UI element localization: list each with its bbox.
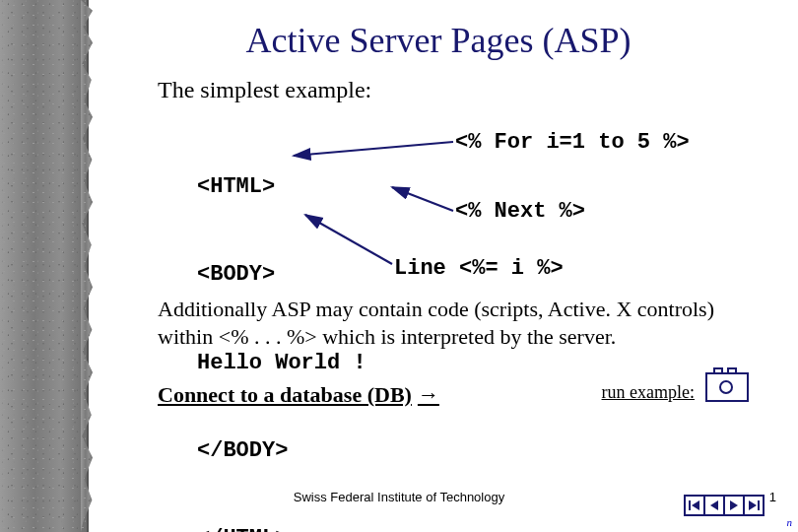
code-line: </HTML> <box>197 524 366 532</box>
slide-nav <box>686 495 765 516</box>
slide-title: Active Server Pages (ASP) <box>89 20 788 61</box>
code-line: </BODY> <box>197 436 366 466</box>
slide-number: 1 <box>769 490 776 504</box>
connect-database-label: Connect to a database (DB) <box>158 382 412 408</box>
code-annotation-for-loop: <% For i=1 to 5 %> <box>455 128 690 158</box>
nav-prev-icon[interactable] <box>703 495 725 516</box>
code-annotation-line-output: Line <%= i %> <box>394 254 564 284</box>
svg-rect-4 <box>758 500 760 510</box>
sidebar-texture <box>0 0 89 532</box>
slide: Active Server Pages (ASP) The simplest e… <box>0 0 798 532</box>
run-example-label: run example: <box>602 382 695 403</box>
camera-icon[interactable] <box>705 372 749 402</box>
connect-database-link[interactable]: Connect to a database (DB) → <box>158 382 439 408</box>
nav-first-icon[interactable] <box>684 495 705 516</box>
code-annotation-next: <% Next %> <box>455 197 585 227</box>
code-line: Hello World ! <box>197 349 366 378</box>
svg-line-1 <box>392 187 453 211</box>
nav-next-icon[interactable] <box>723 495 745 516</box>
code-line: <BODY> <box>197 260 366 290</box>
corner-mark: n <box>787 516 793 528</box>
example-subtitle: The simplest example: <box>158 77 371 103</box>
svg-rect-3 <box>689 500 691 510</box>
code-line: <HTML> <box>197 172 366 202</box>
description-paragraph: Additionally ASP may contain code (scrip… <box>158 296 768 350</box>
footer-institution: Swiss Federal Institute of Technology <box>0 490 798 504</box>
right-arrow-icon: → <box>418 382 439 408</box>
nav-last-icon[interactable] <box>743 495 765 516</box>
